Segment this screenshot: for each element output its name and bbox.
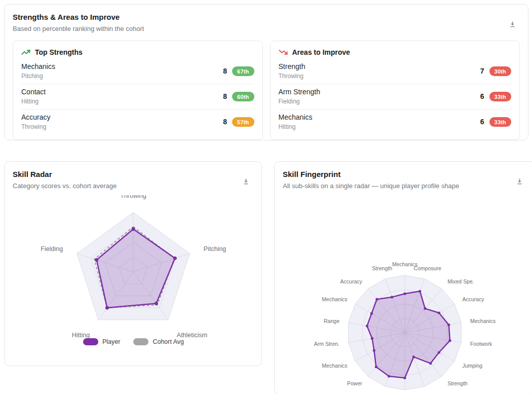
skill-score: 6 <box>480 92 484 100</box>
trending-up-icon <box>21 48 30 57</box>
percentile-badge: 33th <box>489 117 511 127</box>
skill-row: Mechanics Hitting 6 33th <box>279 109 512 134</box>
axis-label: Hitting <box>72 332 90 338</box>
skill-name: Mechanics <box>279 113 313 121</box>
skill-row: Strength Throwing 7 30th <box>279 59 512 84</box>
skill-fingerprint-subtitle: All sub-skills on a single radar — uniqu… <box>283 182 527 190</box>
top-strengths-header: Top Strengths <box>21 47 254 59</box>
skill-fingerprint-title: Skill Fingerprint <box>283 170 527 178</box>
cohort-swatch <box>133 338 148 345</box>
areas-to-improve-header: Areas to Improve <box>279 47 512 59</box>
axis-label: Pitching <box>204 245 226 253</box>
axis-label: Fielding <box>41 245 63 253</box>
axis-label: Athleticism <box>177 332 207 338</box>
axis-label: Jumping <box>462 363 482 369</box>
skill-row: Arm Strength Fielding 6 33th <box>279 84 512 109</box>
skill-category: Hitting <box>21 98 46 105</box>
axis-label: Arm Stren. <box>314 341 339 347</box>
percentile-badge: 57th <box>232 117 254 127</box>
axis-label: Accuracy <box>462 296 484 302</box>
skill-name: Accuracy <box>21 113 51 121</box>
skill-name: Contact <box>21 88 46 96</box>
page-title: Strengths & Areas to Improve <box>13 13 520 21</box>
skill-radar-card: Skill Radar Category scores vs. cohort a… <box>4 161 262 366</box>
skill-name: Mechanics <box>21 62 55 70</box>
panel-title: Areas to Improve <box>292 48 350 56</box>
skill-category: Throwing <box>21 123 51 130</box>
trending-down-icon <box>279 48 288 57</box>
skill-category: Pitching <box>21 73 55 80</box>
skill-score: 8 <box>223 92 227 100</box>
axis-label: Footwork <box>470 341 492 347</box>
percentile-badge: 67th <box>232 66 254 76</box>
download-button[interactable] <box>240 176 251 187</box>
skill-radar-subtitle: Category scores vs. cohort average <box>13 182 253 190</box>
card-subtitle: Based on percentile ranking within the c… <box>13 25 520 32</box>
skill-row: Accuracy Throwing 8 57th <box>21 109 254 134</box>
skill-name: Arm Strength <box>279 88 320 96</box>
skill-row: Contact Hitting 8 60th <box>21 84 254 109</box>
percentile-badge: 60th <box>232 92 254 101</box>
skill-score: 7 <box>480 67 484 75</box>
skill-radar-title: Skill Radar <box>13 170 253 178</box>
panel-title: Top Strengths <box>35 48 83 56</box>
download-icon <box>516 177 523 186</box>
radar-legend: Player Cohort Avg <box>5 338 262 345</box>
download-icon <box>509 20 516 28</box>
axis-label: Range <box>324 318 339 324</box>
skill-score: 8 <box>223 67 227 75</box>
skill-radar-chart: ThrowingPitchingAthleticismHittingFieldi… <box>5 195 262 338</box>
dashboard-page: Strengths & Areas to Improve Based on pe… <box>0 0 532 394</box>
axis-label: Mechanics <box>322 363 347 369</box>
skill-row: Mechanics Pitching 8 67th <box>21 59 254 84</box>
axis-label: Mixed Spe. <box>447 278 474 284</box>
axis-label: Power <box>347 380 362 386</box>
download-icon <box>242 177 250 186</box>
skill-score: 8 <box>223 118 227 126</box>
axis-label: Mechanics <box>322 296 347 302</box>
skill-category: Throwing <box>279 73 306 80</box>
legend-label: Player <box>102 338 120 345</box>
legend-item-player: Player <box>83 338 120 345</box>
axis-label: Strength <box>447 380 468 386</box>
legend-label: Cohort Avg <box>153 338 184 345</box>
areas-to-improve-panel: Areas to Improve Strength Throwing 7 30t… <box>270 41 520 140</box>
percentile-badge: 33th <box>489 92 511 101</box>
axis-label: Mechanics <box>470 318 496 324</box>
axis-label: Strength <box>372 265 392 271</box>
top-strengths-panel: Top Strengths Mechanics Pitching 8 67th … <box>13 41 263 140</box>
axis-label: Accuracy <box>340 278 363 284</box>
skill-fingerprint-chart: MechanicsComposureMixed Spe.AccuracyMech… <box>275 202 532 394</box>
percentile-badge: 30th <box>489 66 511 76</box>
strengths-areas-card: Strengths & Areas to Improve Based on pe… <box>4 4 528 140</box>
skill-fingerprint-card: Skill Fingerprint All sub-skills on a si… <box>274 161 532 394</box>
strengths-grid: Top Strengths Mechanics Pitching 8 67th … <box>13 41 520 140</box>
axis-label: Throwing <box>120 195 146 199</box>
skill-name: Strength <box>279 62 306 70</box>
skill-score: 6 <box>480 118 484 126</box>
skill-category: Fielding <box>279 98 320 105</box>
axis-label: Composure <box>414 265 441 271</box>
download-button[interactable] <box>514 176 525 187</box>
legend-item-cohort: Cohort Avg <box>133 338 184 345</box>
download-button[interactable] <box>507 19 518 30</box>
skill-category: Hitting <box>279 123 313 130</box>
player-swatch <box>83 338 98 345</box>
